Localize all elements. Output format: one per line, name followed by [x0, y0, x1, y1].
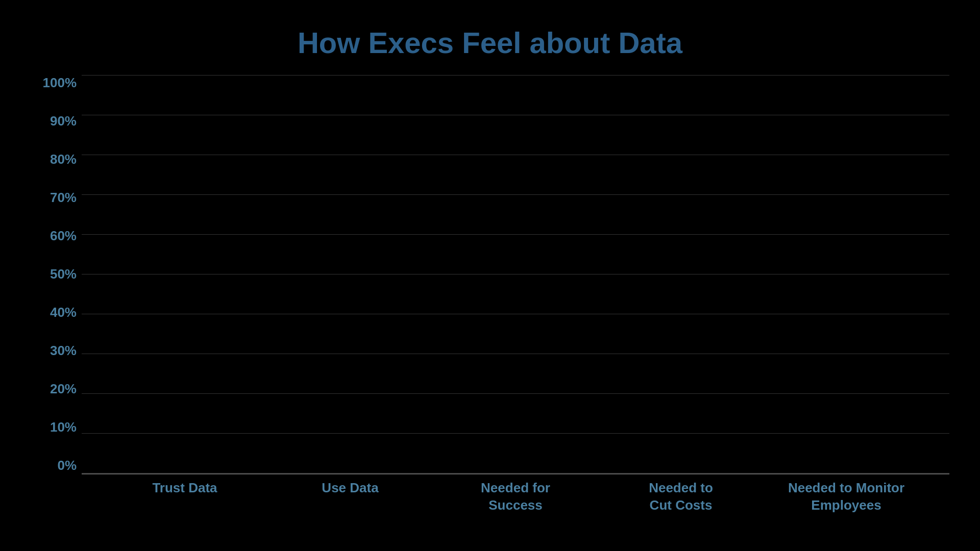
y-label-60: 60% [50, 228, 77, 244]
x-label-group-needed-cut-costs: Needed toCut Costs [622, 480, 740, 514]
y-label-30: 30% [50, 343, 77, 359]
x-label-trust-data: Trust Data [152, 480, 217, 495]
x-label-group-needed-success: Needed forSuccess [457, 480, 574, 514]
x-label-needed-success: Needed forSuccess [481, 480, 550, 513]
x-label-group-use-data: Use Data [291, 480, 409, 497]
x-label-group-needed-monitor: Needed to MonitorEmployees [788, 480, 905, 514]
bars-row [82, 75, 949, 473]
y-label-70: 70% [50, 190, 77, 206]
x-label-use-data: Use Data [322, 480, 378, 495]
y-label-90: 90% [50, 113, 77, 129]
y-label-40: 40% [50, 305, 77, 320]
x-label-group-trust-data: Trust Data [126, 480, 243, 497]
y-label-80: 80% [50, 152, 77, 167]
y-label-0: 0% [57, 458, 77, 473]
x-label-needed-monitor: Needed to MonitorEmployees [788, 480, 904, 513]
x-label-needed-cut-costs: Needed toCut Costs [649, 480, 713, 513]
y-label-10: 10% [50, 419, 77, 435]
y-label-100: 100% [43, 75, 77, 91]
chart-inner: 100% 90% 80% 70% 60% 50% 40% 30% 20% 10%… [82, 75, 949, 525]
chart-area: 100% 90% 80% 70% 60% 50% 40% 30% 20% 10%… [31, 75, 949, 525]
chart-container: How Execs Feel about Data [31, 26, 949, 525]
y-label-50: 50% [50, 266, 77, 282]
bars-and-grid: 100% 90% 80% 70% 60% 50% 40% 30% 20% 10%… [82, 75, 949, 473]
y-label-20: 20% [50, 381, 77, 397]
chart-title: How Execs Feel about Data [298, 26, 682, 60]
x-axis-labels: Trust Data Use Data Needed forSuccess Ne… [82, 474, 949, 525]
